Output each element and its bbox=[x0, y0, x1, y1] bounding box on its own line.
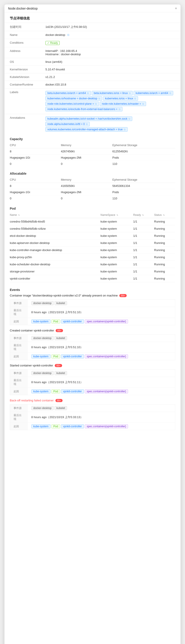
container-row: ContainerRuntime docker://20.10.8 bbox=[4, 81, 180, 88]
count-badge: 99+ bbox=[119, 294, 127, 297]
event-info-table: 事件源 docker-desktopkubelet 最后出现 8 hours a… bbox=[10, 404, 175, 430]
event-card: Created container vpnkit-controller 99+ … bbox=[10, 329, 175, 360]
event-reason-value: kube-systemPodvpnkit-controllerspec.cont… bbox=[28, 423, 175, 430]
reason-tag: kube-system bbox=[32, 320, 50, 324]
event-reason-row: 起因 kube-systemPodvpnkit-controllerspec.c… bbox=[10, 318, 175, 325]
event-reason-value: kube-systemPodvpnkit-controllerspec.cont… bbox=[28, 388, 175, 395]
alloc-hugepages1gi-label: Hugepages-1Gi bbox=[10, 189, 61, 195]
event-info-table: 事件源 docker-desktopkubelet 最后出现 8 hours a… bbox=[10, 334, 175, 360]
alloc-ephemeral-val: 56453061334 bbox=[112, 183, 175, 189]
event-reason-row: 起因 kube-systemPodvpnkit-controllerspec.c… bbox=[10, 423, 175, 430]
container-value: docker://20.10.8 bbox=[40, 81, 180, 88]
table-row[interactable]: vpnkit-controller kube-system 1/1 Runnin… bbox=[10, 275, 175, 282]
event-reason-row: 起因 kube-systemPodvpnkit-controllerspec.c… bbox=[10, 388, 175, 395]
pod-namespace-cell: kube-system bbox=[101, 240, 133, 246]
source-tag: docker-desktop bbox=[32, 301, 54, 305]
labels-value: beta.kubernetes.io/arch = arm64 ⧉beta.ku… bbox=[40, 88, 180, 114]
label-badge[interactable]: kubernetes.io/arch = arm64 ⧉ bbox=[134, 91, 173, 95]
copy-icon[interactable]: ⧉ bbox=[134, 97, 136, 100]
cap-hugepages2mi-val: 0 bbox=[61, 161, 112, 167]
alloc-memory-header: Memory bbox=[61, 177, 112, 183]
label-badge[interactable]: node-role.kubernetes.io/master = ⧉ bbox=[100, 102, 146, 106]
cap-cpu-val: 8 bbox=[10, 148, 61, 154]
alloc-cpu-val: 8 bbox=[10, 183, 61, 189]
label-badge[interactable]: beta.kubernetes.io/os = linux ⧉ bbox=[92, 91, 133, 95]
table-row[interactable]: kube-scheduler-docker-desktop kube-syste… bbox=[10, 261, 175, 268]
event-last-label: 最后出现 bbox=[10, 342, 28, 353]
table-row[interactable]: storage-provisioner kube-system 1/1 Runn… bbox=[10, 268, 175, 275]
sort-icon: ⇅ bbox=[163, 214, 165, 216]
event-source-value: docker-desktopkubelet bbox=[28, 404, 175, 412]
copy-icon[interactable]: ⧉ bbox=[142, 102, 144, 105]
pod-ready-cell: 1/1 bbox=[133, 232, 154, 240]
pod-status-cell: Running bbox=[154, 232, 175, 240]
copy-icon[interactable]: ⧉ bbox=[87, 92, 89, 95]
table-row[interactable]: coredns-558bd4d5db-rz8zw kube-system 1/1… bbox=[10, 225, 175, 232]
event-card: Back-off restarting failed container 99+… bbox=[10, 399, 175, 430]
pod-ready-cell: 1/1 bbox=[133, 254, 154, 261]
label-badge[interactable]: kubernetes.io/os = linux ⧉ bbox=[103, 96, 138, 101]
close-button[interactable]: × bbox=[175, 7, 177, 10]
table-row[interactable]: kube-proxy-pz5ln kube-system 1/1 Running bbox=[10, 254, 175, 261]
copy-icon[interactable]: ⧉ bbox=[129, 92, 131, 95]
reason-tag: spec.containers{vpnkit-controller} bbox=[85, 390, 128, 394]
kubelet-value: v1.21.2 bbox=[40, 73, 180, 81]
event-source-label: 事件源 bbox=[10, 370, 28, 377]
alloc-pods-label: Pods bbox=[112, 189, 175, 195]
copy-icon[interactable]: ⧉ bbox=[67, 33, 69, 36]
label-badge[interactable]: node-role.kubernetes.io/control-plane = … bbox=[46, 102, 99, 106]
copy-icon[interactable]: ⧉ bbox=[95, 102, 97, 105]
label-badge[interactable]: node.kubernetes.io/exclude-from-external… bbox=[46, 107, 122, 112]
reason-tag: spec.containers{vpnkit-controller} bbox=[85, 354, 128, 358]
event-source-row: 事件源 docker-desktopkubelet bbox=[10, 370, 175, 377]
kernel-row: KernelVersion 5.10.47-linuxkit bbox=[4, 66, 180, 73]
table-row[interactable]: coredns-558bd4d5db-ktvd5 kube-system 1/1… bbox=[10, 218, 175, 225]
event-source-row: 事件源 docker-desktopkubelet bbox=[10, 404, 175, 412]
annotation-badge: kubeadm.alpha.kubernetes.io/cri-socket =… bbox=[46, 116, 132, 121]
annotations-row: Annotations kubeadm.alpha.kubernetes.io/… bbox=[4, 114, 180, 134]
event-reason-label: 起因 bbox=[10, 388, 28, 395]
capacity-table: CPU Memory Ephemeral Storage 8 4267456Ki… bbox=[10, 142, 175, 167]
address-value: InternalIP : 192.168.65.4 Hostname : doc… bbox=[40, 47, 180, 58]
cap-hugepages2mi-label: Hugepages-2Mi bbox=[61, 154, 112, 161]
pod-name-cell: coredns-558bd4d5db-rz8zw bbox=[10, 225, 101, 232]
pod-namespace-cell: kube-system bbox=[101, 225, 133, 232]
count-badge: 99+ bbox=[56, 329, 63, 332]
node-detail-window: Node:docker-desktop × 节点详细信息 创建时间 1d23h … bbox=[4, 4, 180, 644]
pod-ready-cell: 1/1 bbox=[133, 225, 154, 232]
event-source-label: 事件源 bbox=[10, 404, 28, 412]
copy-icon[interactable]: ⧉ bbox=[124, 128, 126, 131]
table-row[interactable]: kube-controller-manager-docker-desktop k… bbox=[10, 246, 175, 254]
alloc-ephemeral-header: Ephemeral Storage bbox=[112, 177, 175, 183]
annotations-value: kubeadm.alpha.kubernetes.io/cri-socket =… bbox=[40, 114, 180, 134]
copy-icon[interactable]: ⧉ bbox=[86, 123, 88, 126]
pod-name-header: Name ⇅ bbox=[10, 212, 101, 218]
cap-pods-label: Pods bbox=[112, 154, 175, 161]
event-info-table: 事件源 docker-desktopkubelet 最后出现 8 hours a… bbox=[10, 369, 175, 395]
event-source-value: docker-desktopkubelet bbox=[28, 334, 175, 342]
kubelet-label: KubeletVersion bbox=[4, 73, 40, 81]
copy-icon[interactable]: ⧉ bbox=[119, 108, 120, 111]
copy-icon[interactable]: ⧉ bbox=[98, 97, 100, 100]
pod-status-cell: Running bbox=[154, 246, 175, 254]
conditions-value: ✓ Ready bbox=[40, 39, 180, 47]
table-row[interactable]: etcd-docker-desktop kube-system 1/1 Runn… bbox=[10, 232, 175, 240]
address-label: Address bbox=[4, 47, 40, 58]
table-row[interactable]: kube-apiserver-docker-desktop kube-syste… bbox=[10, 240, 175, 246]
event-last-value: 8 hours ago（2021/10/19 上午5:51:11） bbox=[28, 377, 175, 388]
reason-tag: Pod bbox=[52, 320, 60, 324]
label-badge[interactable]: kubernetes.io/hostname = docker-desktop … bbox=[46, 96, 102, 101]
copy-icon[interactable]: ⧉ bbox=[128, 118, 130, 120]
pod-status-cell: Running bbox=[154, 268, 175, 275]
pod-name-cell: kube-proxy-pz5ln bbox=[10, 254, 101, 261]
event-header: Back-off restarting failed container 99+ bbox=[10, 399, 175, 402]
label-badge[interactable]: beta.kubernetes.io/arch = arm64 ⧉ bbox=[46, 91, 91, 95]
allocatable-table: CPU Memory Ephemeral Storage 8 4165056Ki… bbox=[10, 177, 175, 202]
os-label: OS bbox=[4, 58, 40, 66]
capacity-section: Capacity CPU Memory Ephemeral Storage 8 … bbox=[4, 134, 180, 167]
reason-tag: kube-system bbox=[32, 390, 50, 394]
capacity-title: Capacity bbox=[10, 134, 175, 142]
annotation-badge: node.alpha.kubernetes.io/ttl = 0 ⧉ bbox=[46, 122, 90, 126]
copy-icon[interactable]: ⧉ bbox=[170, 92, 171, 95]
kernel-label: KernelVersion bbox=[4, 66, 40, 73]
